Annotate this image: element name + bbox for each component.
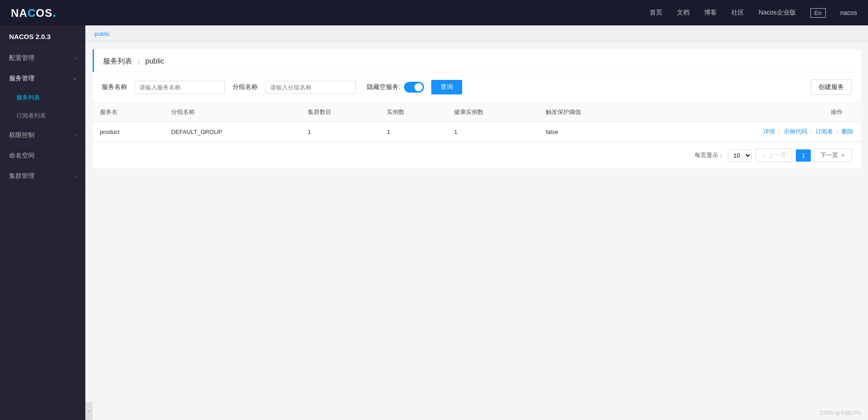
sidebar-section-auth: 权限控制 ›: [0, 125, 85, 146]
breadcrumb-bar: public: [85, 25, 868, 42]
group-name-input[interactable]: [265, 81, 356, 94]
hide-empty-label: 隐藏空服务:: [367, 83, 400, 91]
create-service-button[interactable]: 创建服务: [811, 79, 852, 95]
top-navigation: NACOS. 首页 文档 博客 社区 Nacos企业版 En nacos: [0, 0, 868, 25]
hide-empty-toggle[interactable]: [404, 82, 424, 93]
col-protect-threshold: 触发保护阈值: [538, 103, 642, 122]
action-sep-3: |: [837, 128, 838, 135]
nav-user[interactable]: nacos: [840, 9, 857, 16]
sidebar-section-namespace: 命名空间: [0, 146, 85, 166]
sidebar-item-config[interactable]: 配置管理 ›: [0, 48, 85, 68]
title-separator: |: [138, 57, 139, 65]
sidebar-item-cluster-label: 集群管理: [9, 172, 35, 180]
breadcrumb[interactable]: public: [94, 30, 110, 37]
cell-protect-threshold: false: [538, 122, 642, 142]
logo-text: NACOS.: [11, 5, 56, 20]
watermark: CSDN @半核CPU: [819, 410, 861, 416]
next-page-button[interactable]: 下一页 ＞: [814, 148, 852, 162]
col-service-name: 服务名: [93, 103, 164, 122]
prev-page-button[interactable]: ＜ 上一页: [755, 148, 793, 162]
page-namespace: public: [145, 57, 164, 65]
sidebar-item-service-label: 服务管理: [9, 74, 35, 83]
cell-cluster-count: 1: [301, 122, 380, 142]
nav-community[interactable]: 社区: [731, 9, 744, 17]
lang-button[interactable]: En: [810, 8, 826, 18]
sidebar-sub-subscriber-list[interactable]: 订阅者列表: [0, 107, 85, 125]
current-page-button[interactable]: 1: [796, 149, 811, 162]
toggle-track: [404, 82, 424, 93]
chevron-right-icon-3: ›: [75, 174, 76, 179]
table-header-row: 服务名 分组名称 集群数目 实例数 健康实例数 触发保护阈值 操作: [93, 103, 861, 122]
chevron-right-icon: ›: [75, 56, 76, 61]
sidebar-version: NACOS 2.0.3: [0, 25, 85, 48]
sidebar: NACOS 2.0.3 配置管理 › 服务管理 ∨ 服务列表 订阅者列表 权限控…: [0, 25, 85, 420]
cell-instance-count: 1: [380, 122, 447, 142]
page-header: 服务列表 | public: [93, 49, 861, 72]
table-row: product DEFAULT_GROUP 1 1 1 false 详情 | 示…: [93, 122, 861, 142]
table-body: product DEFAULT_GROUP 1 1 1 false 详情 | 示…: [93, 122, 861, 142]
chevron-down-icon: ∨: [73, 76, 76, 81]
sidebar-section-config: 配置管理 ›: [0, 48, 85, 69]
cell-group-name: DEFAULT_GROUP: [164, 122, 301, 142]
sidebar-sub-service-list[interactable]: 服务列表: [0, 89, 85, 107]
action-delete[interactable]: 删除: [842, 128, 853, 135]
group-name-label: 分组名称: [232, 83, 258, 91]
main-content: public 服务列表 | public 服务名称 分组名称 隐藏空服务:: [85, 25, 868, 420]
cell-service-name: product: [93, 122, 164, 142]
col-healthy-count: 健康实例数: [447, 103, 538, 122]
sidebar-section-service: 服务管理 ∨ 服务列表 订阅者列表: [0, 69, 85, 125]
nav-docs[interactable]: 文档: [677, 9, 690, 17]
service-table: 服务名 分组名称 集群数目 实例数 健康实例数 触发保护阈值 操作 produc…: [93, 103, 861, 142]
col-instance-count: 实例数: [380, 103, 447, 122]
nav-blog[interactable]: 博客: [704, 9, 717, 17]
service-table-container: 服务名 分组名称 集群数目 实例数 健康实例数 触发保护阈值 操作 produc…: [93, 102, 861, 142]
nav-enterprise[interactable]: Nacos企业版: [759, 9, 796, 17]
nav-home[interactable]: 首页: [650, 9, 662, 17]
toggle-thumb: [414, 83, 423, 91]
table-header: 服务名 分组名称 集群数目 实例数 健康实例数 触发保护阈值 操作: [93, 103, 861, 122]
sidebar-item-namespace[interactable]: 命名空间: [0, 146, 85, 166]
sidebar-section-cluster: 集群管理 ›: [0, 166, 85, 187]
col-group-name: 分组名称: [164, 103, 301, 122]
action-sample-code[interactable]: 示例代码: [784, 128, 807, 135]
page-size-select[interactable]: 10 20 50: [728, 149, 752, 162]
service-name-input[interactable]: [134, 81, 225, 94]
nav-links: 首页 文档 博客 社区 Nacos企业版 En nacos: [650, 8, 857, 18]
chevron-right-icon-2: ›: [75, 133, 76, 138]
action-sep-1: |: [779, 128, 780, 135]
sidebar-item-auth[interactable]: 权限控制 ›: [0, 125, 85, 145]
logo: NACOS.: [11, 5, 56, 20]
service-name-label: 服务名称: [102, 83, 127, 91]
filter-bar: 服务名称 分组名称 隐藏空服务: 查询 创建服务: [93, 72, 861, 102]
sidebar-item-namespace-label: 命名空间: [9, 152, 35, 160]
action-subscriber[interactable]: 订阅者: [815, 128, 833, 135]
sidebar-item-service[interactable]: 服务管理 ∨: [0, 69, 85, 89]
action-detail[interactable]: 详情: [763, 128, 775, 135]
hide-empty-toggle-container: 隐藏空服务:: [367, 82, 424, 93]
sidebar-item-cluster[interactable]: 集群管理 ›: [0, 166, 85, 186]
query-button[interactable]: 查询: [431, 80, 462, 94]
page-title-text: 服务列表: [103, 57, 132, 65]
pagination-bar: 每页显示： 10 20 50 ＜ 上一页 1 下一页 ＞: [93, 142, 861, 168]
action-sep-2: |: [810, 128, 812, 135]
col-actions: 操作: [642, 103, 861, 122]
page-title: 服务列表 | public: [103, 57, 852, 72]
sidebar-item-auth-label: 权限控制: [9, 131, 35, 139]
page-size-label: 每页显示：: [695, 151, 724, 159]
col-cluster-count: 集群数目: [301, 103, 380, 122]
cell-healthy-count: 1: [447, 122, 538, 142]
cell-actions: 详情 | 示例代码 | 订阅者 | 删除: [642, 122, 861, 142]
app-layout: NACOS 2.0.3 配置管理 › 服务管理 ∨ 服务列表 订阅者列表 权限控…: [0, 25, 868, 420]
sidebar-item-config-label: 配置管理: [9, 54, 35, 62]
